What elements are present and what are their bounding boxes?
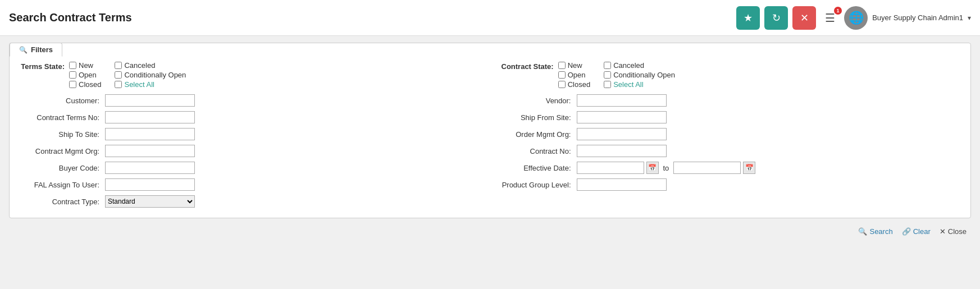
terms-state-cond-open-row[interactable]: Conditionally Open	[115, 71, 186, 79]
contract-state-closed-checkbox[interactable]	[558, 81, 566, 88]
buyer-code-input[interactable]	[105, 162, 195, 174]
terms-state-col2: Canceled Conditionally Open Select All	[115, 61, 186, 89]
order-mgmt-org-input[interactable]	[577, 128, 667, 140]
terms-state-section: Terms State: New Open	[19, 61, 479, 89]
clear-icon: 🔗	[902, 227, 911, 236]
contract-state-section: Contract State: New Open	[502, 61, 962, 89]
contract-state-open-checkbox[interactable]	[558, 71, 566, 79]
vendor-input[interactable]	[577, 94, 667, 107]
fal-assign-input[interactable]	[105, 178, 195, 191]
terms-state-canceled-row[interactable]: Canceled	[115, 61, 186, 70]
terms-state-open-row[interactable]: Open	[69, 71, 101, 79]
clear-label: Clear	[913, 227, 931, 236]
form-right-col: Vendor: Ship From Site: Order Mgmt Org: …	[490, 93, 962, 209]
contract-type-row: Contract Type: Standard Non-Standard	[19, 194, 490, 209]
contract-state-new-label: New	[568, 61, 582, 70]
contract-no-input[interactable]	[577, 145, 667, 157]
contract-terms-no-row: Contract Terms No:	[19, 110, 490, 125]
menu-button[interactable]: ☰ 1	[821, 9, 840, 27]
contract-state-checkboxes: New Open Closed	[558, 61, 675, 89]
terms-state-closed-row[interactable]: Closed	[69, 80, 101, 89]
terms-state-select-all-link[interactable]: Select All	[124, 80, 154, 89]
effective-date-to-calendar-button[interactable]: 📅	[743, 162, 755, 174]
header: Search Contract Terms ★ ↻ ✕ ☰ 1 🌐 Buyer …	[0, 0, 980, 36]
terms-state-new-row[interactable]: New	[69, 61, 101, 70]
contract-state-select-all-row[interactable]: Select All	[604, 80, 675, 89]
contract-state-cond-open-row[interactable]: Conditionally Open	[604, 71, 675, 79]
terms-state-open-checkbox[interactable]	[69, 71, 76, 79]
contract-state-select-all-link[interactable]: Select All	[613, 80, 643, 89]
contract-state-canceled-checkbox[interactable]	[604, 62, 611, 69]
clear-button[interactable]: 🔗 Clear	[902, 227, 931, 236]
effective-date-row: Effective Date: 📅 to 📅	[490, 160, 962, 175]
search-button[interactable]: 🔍 Search	[858, 227, 892, 236]
header-actions: ★ ↻ ✕ ☰ 1 🌐 Buyer Supply Chain Admin1 ▾	[736, 6, 971, 30]
terms-state-canceled-checkbox[interactable]	[115, 62, 122, 69]
form-fields-section: Customer: Contract Terms No: Ship To Sit…	[19, 93, 961, 209]
contract-mgmt-org-input[interactable]	[105, 145, 195, 157]
notification-badge: 1	[834, 7, 842, 15]
terms-state-new-checkbox[interactable]	[69, 62, 76, 69]
terms-state-checkboxes: New Open Closed	[69, 61, 186, 89]
effective-date-from-calendar-button[interactable]: 📅	[646, 162, 659, 174]
close-button[interactable]: ✕ Close	[940, 227, 967, 236]
search-icon: 🔍	[858, 227, 867, 236]
terms-state-closed-label: Closed	[79, 80, 101, 89]
effective-date-range: 📅 to 📅	[577, 162, 756, 174]
contract-state-col1: New Open Closed	[558, 61, 590, 89]
ship-from-site-input[interactable]	[577, 111, 667, 123]
menu-icon: ☰	[825, 12, 835, 24]
ship-to-site-row: Ship To Site:	[19, 127, 490, 141]
terms-state-canceled-label: Canceled	[124, 61, 155, 70]
contract-state-canceled-label: Canceled	[613, 61, 644, 70]
ship-from-site-row: Ship From Site:	[490, 110, 962, 125]
buyer-code-label: Buyer Code:	[19, 164, 103, 172]
contract-state-open-row[interactable]: Open	[558, 71, 590, 79]
contract-state-new-row[interactable]: New	[558, 61, 590, 70]
terms-state-select-all-row[interactable]: Select All	[115, 80, 186, 89]
state-checkboxes-row: Terms State: New Open	[19, 61, 961, 89]
close-header-button[interactable]: ✕	[792, 6, 816, 30]
terms-state-select-all-checkbox[interactable]	[115, 81, 122, 88]
contract-state-label: Contract State:	[502, 61, 558, 71]
page-title: Search Contract Terms	[9, 11, 132, 24]
order-mgmt-org-label: Order Mgmt Org:	[490, 130, 575, 139]
vendor-row: Vendor:	[490, 93, 962, 108]
contract-state-new-checkbox[interactable]	[558, 62, 566, 69]
terms-state-cond-open-checkbox[interactable]	[115, 71, 122, 79]
contract-state-closed-row[interactable]: Closed	[558, 80, 590, 89]
close-label: Close	[948, 227, 967, 236]
favorite-button[interactable]: ★	[736, 6, 760, 30]
contract-terms-no-input[interactable]	[105, 111, 195, 123]
user-dropdown-arrow[interactable]: ▾	[968, 14, 971, 22]
terms-state-label: Terms State:	[19, 61, 69, 71]
product-group-level-input[interactable]	[577, 178, 667, 191]
product-group-level-label: Product Group Level:	[490, 181, 575, 189]
effective-date-to-input[interactable]	[673, 162, 741, 174]
terms-state-cond-open-label: Conditionally Open	[124, 71, 186, 79]
fal-assign-row: FAL Assign To User:	[19, 177, 490, 192]
refresh-button[interactable]: ↻	[764, 6, 788, 30]
customer-input[interactable]	[105, 94, 195, 107]
effective-date-label: Effective Date:	[490, 164, 575, 172]
filters-body: Terms State: New Open	[19, 61, 961, 209]
contract-state-open-label: Open	[568, 71, 586, 79]
contract-state-canceled-row[interactable]: Canceled	[604, 61, 675, 70]
avatar: 🌐	[844, 6, 868, 30]
contract-state-select-all-checkbox[interactable]	[604, 81, 611, 88]
contract-type-select[interactable]: Standard Non-Standard	[105, 195, 195, 208]
search-label: Search	[869, 227, 892, 236]
order-mgmt-org-row: Order Mgmt Org:	[490, 127, 962, 141]
contract-terms-no-label: Contract Terms No:	[19, 113, 103, 122]
bottom-bar: 🔍 Search 🔗 Clear ✕ Close	[9, 227, 971, 236]
contract-type-label: Contract Type:	[19, 198, 103, 206]
terms-state-closed-checkbox[interactable]	[69, 81, 76, 88]
terms-state-new-label: New	[79, 61, 93, 70]
filter-search-icon: 🔍	[19, 46, 28, 54]
contract-state-cond-open-checkbox[interactable]	[604, 71, 611, 79]
fal-assign-label: FAL Assign To User:	[19, 181, 103, 189]
effective-date-from-input[interactable]	[577, 162, 644, 174]
user-name: Buyer Supply Chain Admin1	[872, 13, 963, 22]
customer-row: Customer:	[19, 93, 490, 108]
ship-to-site-input[interactable]	[105, 128, 195, 140]
